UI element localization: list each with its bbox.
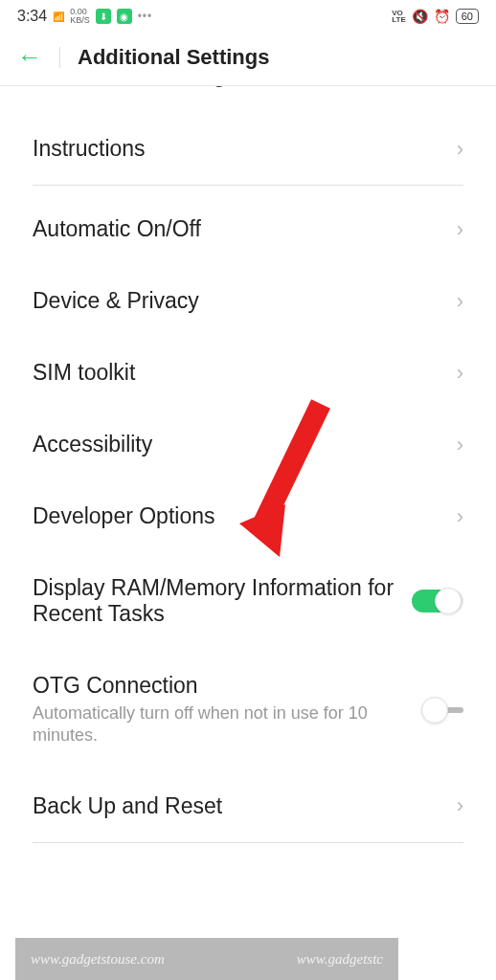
- setting-text: Display RAM/Memory Information for Recen…: [33, 575, 412, 627]
- page-header: ← Additional Settings: [0, 29, 496, 85]
- network-speed: 0.00 KB/S: [70, 8, 90, 25]
- status-time: 3:34: [17, 8, 47, 25]
- status-right: VOLTE 🔇 ⏰ 60: [392, 9, 479, 24]
- status-left: 3:34 📶 0.00 KB/S ⬇ ◉ •••: [17, 8, 152, 25]
- settings-list: Download Management › Instructions › Aut…: [0, 86, 496, 843]
- chevron-right-icon: ›: [457, 217, 463, 242]
- setting-text: OTG Connection Automatically turn off wh…: [33, 673, 412, 747]
- watermark: www.gadgetstouse.com www.gadgetstc: [15, 938, 398, 980]
- chevron-right-icon: ›: [457, 504, 463, 529]
- setting-sim-toolkit[interactable]: SIM toolkit ›: [0, 337, 496, 409]
- setting-text: Instructions: [33, 136, 457, 162]
- watermark-right: www.gadgetstc: [297, 951, 383, 968]
- more-notifications-icon: •••: [138, 10, 153, 23]
- setting-text: Device & Privacy: [33, 288, 457, 314]
- setting-device-privacy[interactable]: Device & Privacy ›: [0, 265, 496, 337]
- setting-label: Instructions: [33, 136, 457, 162]
- battery-indicator: 60: [456, 9, 479, 24]
- header-divider: [59, 47, 60, 68]
- setting-text: Accessibility: [33, 432, 457, 457]
- back-arrow-icon[interactable]: ←: [17, 42, 42, 72]
- status-bar: 3:34 📶 0.00 KB/S ⬇ ◉ ••• VOLTE 🔇 ⏰ 60: [0, 0, 496, 29]
- setting-text: Developer Options: [33, 503, 457, 529]
- setting-display-ram[interactable]: Display RAM/Memory Information for Recen…: [0, 552, 496, 650]
- mute-icon: 🔇: [412, 9, 428, 24]
- chevron-right-icon: ›: [457, 137, 463, 162]
- setting-label: Developer Options: [33, 503, 457, 529]
- setting-label: Back Up and Reset: [33, 793, 457, 819]
- page-title: Additional Settings: [78, 45, 269, 70]
- setting-label: Device & Privacy: [33, 288, 457, 314]
- watermark-left: www.gadgetstouse.com: [31, 951, 165, 968]
- setting-label: Automatic On/Off: [33, 216, 457, 242]
- setting-automatic-onoff[interactable]: Automatic On/Off ›: [0, 193, 496, 265]
- toggle-on-icon: [412, 590, 463, 612]
- setting-label: Display RAM/Memory Information for Recen…: [33, 575, 412, 627]
- chevron-right-icon: ›: [457, 289, 463, 314]
- toggle-display-ram[interactable]: [412, 587, 463, 615]
- chevron-right-icon: ›: [457, 433, 463, 457]
- setting-developer-options[interactable]: Developer Options ›: [0, 480, 496, 552]
- toggle-otg[interactable]: [412, 696, 463, 724]
- toggle-off-icon: [412, 699, 463, 722]
- chevron-right-icon: ›: [457, 361, 463, 386]
- alarm-icon: ⏰: [434, 9, 450, 24]
- setting-backup-reset[interactable]: Back Up and Reset ›: [0, 770, 496, 842]
- setting-text: Automatic On/Off: [33, 216, 457, 242]
- setting-accessibility[interactable]: Accessibility ›: [0, 409, 496, 480]
- chevron-right-icon: ›: [457, 793, 463, 818]
- setting-sublabel: Automatically turn off when not in use f…: [33, 702, 412, 747]
- app-icon-2: ◉: [117, 9, 132, 24]
- setting-label: Download Management: [33, 86, 296, 89]
- setting-text: SIM toolkit: [33, 360, 457, 386]
- setting-label: OTG Connection: [33, 673, 412, 699]
- signal-icon: 📶: [53, 11, 64, 22]
- setting-text: Back Up and Reset: [33, 793, 457, 819]
- setting-instructions[interactable]: Instructions ›: [0, 113, 496, 185]
- setting-label: Accessibility: [33, 432, 457, 457]
- volte-icon: VOLTE: [392, 10, 406, 23]
- setting-download-management[interactable]: Download Management ›: [0, 86, 496, 113]
- chevron-right-icon: ›: [457, 86, 463, 94]
- setting-otg-connection[interactable]: OTG Connection Automatically turn off wh…: [0, 650, 496, 770]
- app-icon-1: ⬇: [96, 9, 111, 24]
- setting-label: SIM toolkit: [33, 360, 457, 386]
- section-divider: [33, 842, 463, 843]
